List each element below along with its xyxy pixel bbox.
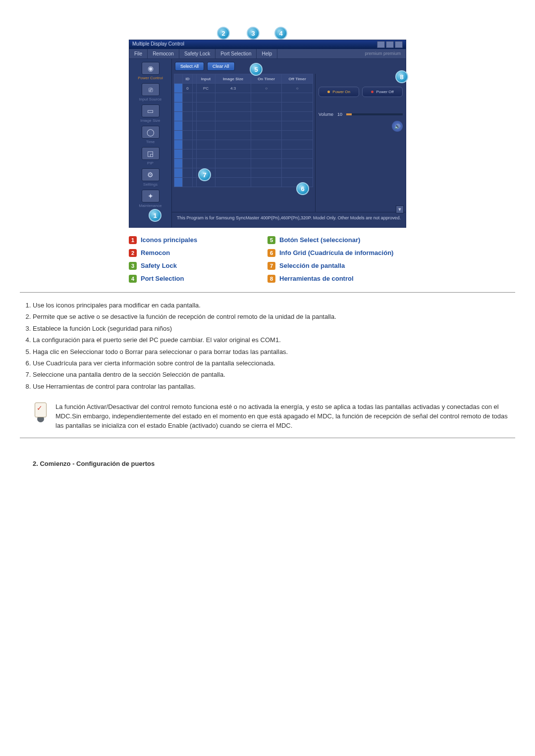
grid-col-power (193, 74, 197, 84)
legend-label: Selección de pantalla (279, 262, 345, 270)
grid-row[interactable] (174, 168, 313, 178)
grid-row[interactable] (174, 93, 313, 102)
control-tools: Power On Power Off Volume 10 (315, 74, 406, 212)
settings-icon: ⚙ (142, 168, 160, 181)
callout-6: 6 (296, 182, 309, 195)
menu-help[interactable]: Help (257, 49, 277, 58)
legend-item: 5Botón Select (seleccionar) (268, 234, 406, 247)
minimize-icon[interactable] (377, 41, 385, 48)
legend-label: Safety Lock (141, 262, 177, 270)
legend-label: Herramientas de control (279, 275, 354, 283)
pip-icon: ◲ (142, 147, 160, 160)
divider (20, 438, 515, 438)
menu-port-selection[interactable]: Port Selection (215, 49, 257, 58)
main-area: Select All Clear All ID Input (172, 59, 406, 227)
instruction-item: La configuración para el puerto serie de… (33, 334, 515, 346)
note-text: La función Activar/Desactivar del contro… (55, 403, 515, 431)
grid-row[interactable] (174, 150, 313, 159)
grid-row[interactable] (174, 140, 313, 150)
toolbar: Select All Clear All (172, 59, 406, 74)
sidebar-item-time[interactable]: ◯ Time (133, 126, 168, 144)
volume-value: 10 (337, 112, 342, 117)
power-off-button[interactable]: Power Off (362, 87, 403, 97)
instruction-item: Use Cuadrícula para ver cierta informaci… (33, 357, 515, 369)
callout-2: 2 (217, 27, 230, 40)
grid-table: ID Input Image Size On Timer Off Timer 0… (174, 74, 313, 187)
image-size-icon: ▭ (142, 104, 160, 117)
titlebar: Multiple Display Control (129, 40, 406, 49)
clear-all-button[interactable]: Clear All (207, 62, 235, 71)
legend-item: 8Herramientas de control (268, 272, 406, 285)
volume-speaker-icon[interactable]: 🔊 (392, 121, 403, 132)
section-heading: 2. Comienzo - Configuración de puertos (20, 460, 515, 467)
volume-label: Volume (319, 112, 333, 117)
sidebar-item-pip[interactable]: ◲ PIP (133, 147, 168, 165)
power-on-button[interactable]: Power On (319, 87, 359, 97)
grid-col-image-size: Image Size (215, 74, 251, 84)
legend-number: 8 (268, 275, 275, 283)
legend-number: 1 (129, 236, 137, 244)
legend-number: 4 (129, 275, 137, 283)
grid-col-id: ID (183, 74, 193, 84)
app-screenshot: 2 3 4 5 8 7 6 1 Multiple Display Control… (129, 40, 406, 228)
legend-label: Remocon (141, 249, 170, 257)
grid-row[interactable] (174, 121, 313, 131)
sidebar-item-power-control[interactable]: ◉ Power Control (133, 62, 168, 80)
grid-row[interactable] (174, 112, 313, 121)
instruction-item: Use los iconos principales para modifica… (33, 300, 515, 311)
legend-item: 3Safety Lock (129, 259, 268, 272)
maximize-icon[interactable] (386, 41, 394, 48)
close-icon[interactable] (395, 41, 403, 48)
app-window: Multiple Display Control File Remocon Sa… (129, 40, 406, 228)
grid-row[interactable] (174, 178, 313, 187)
power-on-dot-icon (327, 91, 330, 93)
grid-col-input: Input (196, 74, 215, 84)
instruction-item: Haga clic en Seleccionar todo o Borrar p… (33, 346, 515, 357)
legend-number: 6 (268, 249, 275, 257)
menu-remocon[interactable]: Remocon (148, 49, 179, 58)
grid-row[interactable] (174, 131, 313, 140)
note-block: La función Activar/Desactivar del contro… (20, 399, 515, 431)
note-icon (33, 403, 49, 422)
grid-row[interactable] (174, 102, 313, 112)
instruction-item: Seleccione una pantalla dentro de la sec… (33, 369, 515, 380)
grid-row[interactable] (174, 159, 313, 168)
menu-file[interactable]: File (129, 49, 148, 58)
legend-label: Botón Select (seleccionar) (279, 236, 360, 244)
sidebar-item-maintenance[interactable]: ✦ Maintenance (133, 190, 168, 208)
grid-col-off-timer: Off Timer (282, 74, 313, 84)
scroll-down-icon[interactable]: ▼ (396, 205, 404, 213)
sidebar-item-input-source[interactable]: ⎚ Input Source (133, 83, 168, 101)
volume-slider[interactable] (346, 113, 403, 115)
legend-number: 2 (129, 249, 137, 257)
callout-3: 3 (247, 27, 260, 40)
sidebar-item-settings[interactable]: ⚙ Settings (133, 168, 168, 187)
legend-number: 5 (268, 236, 275, 244)
legend-number: 7 (268, 262, 275, 270)
window-title: Multiple Display Control (132, 41, 184, 48)
window-controls (377, 41, 403, 48)
legend-label: Port Selection (141, 275, 184, 283)
legend-item: 4Port Selection (129, 272, 268, 285)
instruction-item: Establece la función Lock (seguridad par… (33, 323, 515, 334)
sidebar-item-image-size[interactable]: ▭ Image Size (133, 104, 168, 123)
grid-row[interactable]: 0PC4:3○○ (174, 84, 313, 93)
callout-8: 8 (395, 70, 408, 83)
divider (20, 292, 515, 293)
callout-7: 7 (198, 168, 211, 181)
legend-item: 2Remocon (129, 247, 268, 259)
instruction-item: Permite que se active o se desactive la … (33, 311, 515, 322)
instruction-item: Use Herramientas de control para control… (33, 381, 515, 392)
select-all-button[interactable]: Select All (175, 62, 204, 71)
power-control-icon: ◉ (142, 62, 160, 75)
legend-label: Iconos principales (141, 236, 197, 244)
sidebar: ◉ Power Control ⎚ Input Source ▭ Image S… (129, 59, 172, 227)
menu-safety-lock[interactable]: Safety Lock (179, 49, 215, 58)
legend-number: 3 (129, 262, 137, 270)
maintenance-icon: ✦ (142, 190, 160, 202)
volume-control: Volume 10 (319, 112, 403, 117)
time-icon: ◯ (142, 126, 160, 139)
legend-item: 1Iconos principales (129, 234, 268, 247)
info-grid: ID Input Image Size On Timer Off Timer 0… (172, 74, 315, 212)
grid-col-check (174, 74, 183, 84)
